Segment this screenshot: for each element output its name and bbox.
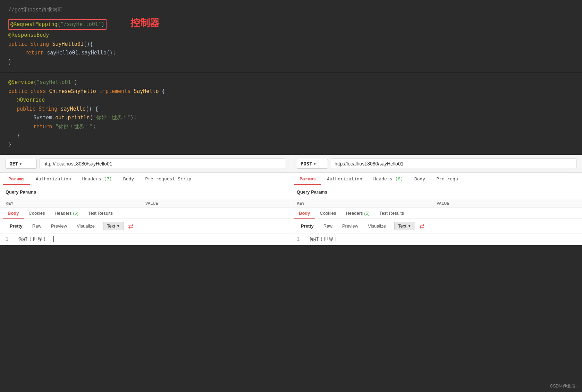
left-table-header: KEY VALUE [0, 199, 291, 208]
code-line-method: public String SayHello01(){ [8, 40, 574, 49]
code-line-inner-close: } [8, 131, 574, 140]
left-method-arrow: ▼ [19, 162, 22, 166]
code-line-mapping: @RequestMapping("/sayHello01") 控制器 [8, 15, 574, 31]
right-key-header: KEY [297, 201, 437, 205]
right-text-select-arrow: ▼ [408, 224, 411, 228]
left-query-params-label: Query Params [0, 185, 291, 199]
left-cursor [53, 236, 54, 242]
left-method-label: GET [9, 161, 18, 167]
right-resp-tab-headers[interactable]: Headers (5) [341, 208, 374, 219]
left-resp-tab-cookies[interactable]: Cookies [24, 208, 50, 219]
right-text-select[interactable]: Text ▼ [394, 222, 415, 230]
left-panel: GET ▼ Params Authorization Headers (7) B… [0, 155, 291, 245]
right-fmt-pretty[interactable]: Pretty [297, 222, 318, 230]
left-text-select-label: Text [107, 223, 115, 229]
right-query-params-label: Query Params [291, 185, 582, 199]
right-resp-tab-cookies[interactable]: Cookies [315, 208, 341, 219]
code-line-outer-close: } [8, 140, 574, 149]
left-text-select-arrow: ▼ [117, 224, 120, 228]
left-resp-tab-testresults[interactable]: Test Results [83, 208, 118, 219]
right-response-text: 你好！世界！ [309, 236, 338, 242]
right-url-bar: POST ▼ [291, 155, 582, 173]
right-tab-body[interactable]: Body [409, 173, 431, 185]
right-resp-tab-body[interactable]: Body [294, 208, 315, 219]
left-value-header: VALUE [145, 201, 285, 205]
right-method-arrow: ▼ [314, 162, 316, 166]
code-line-return2: return "你好！世界！"; [8, 122, 574, 131]
right-tab-prerequest[interactable]: Pre-requ [431, 173, 464, 185]
right-text-select-label: Text [398, 223, 406, 229]
left-tab-headers[interactable]: Headers (7) [77, 173, 118, 185]
code-line-println: System.out.println("你好！世界！"); [8, 113, 574, 122]
right-fmt-visualize[interactable]: Visualize [364, 222, 390, 230]
controller-label: 控制器 [130, 17, 160, 28]
right-method-label: POST [301, 161, 312, 167]
right-tab-authorization[interactable]: Authorization [321, 173, 368, 185]
code-line-comment: //get和post请求均可 [8, 6, 574, 15]
code-line-sayhello: public String sayHello() { [8, 105, 574, 114]
left-key-header: KEY [6, 201, 145, 205]
code-line-return: return sayHello01.sayHello(); [8, 49, 574, 58]
code-section-bottom: @Service("sayHello01") public class Chin… [0, 73, 582, 155]
right-tab-params[interactable]: Params [294, 173, 321, 185]
left-tab-authorization[interactable]: Authorization [30, 173, 77, 185]
right-resp-tab-testresults[interactable]: Test Results [374, 208, 409, 219]
right-value-header: VALUE [437, 201, 576, 205]
left-resp-tab-headers[interactable]: Headers (5) [50, 208, 83, 219]
watermark: CSDN @北辰~ [550, 383, 578, 389]
left-line-number: 1 [6, 236, 12, 242]
left-tab-body[interactable]: Body [118, 173, 140, 185]
code-line-body: @ResponseBody [8, 31, 574, 40]
right-format-bar: Pretty Raw Preview Visualize Text ▼ ⇄ [291, 219, 582, 233]
left-fmt-raw[interactable]: Raw [28, 222, 45, 230]
left-text-select[interactable]: Text ▼ [103, 222, 124, 230]
code-line-service: @Service("sayHello01") [8, 78, 574, 87]
annotation-highlight: @RequestMapping("/sayHello01") [8, 19, 107, 30]
code-line-class: public class ChineseSayHello implements … [8, 87, 574, 96]
left-url-input[interactable] [40, 159, 285, 169]
left-response-body: 1 你好！世界！ [0, 233, 291, 245]
right-tab-bar: Params Authorization Headers (8) Body Pr… [291, 173, 582, 185]
left-response-text: 你好！世界！ [18, 236, 47, 242]
left-tab-prerequest[interactable]: Pre-request Scrip [140, 173, 197, 185]
left-fmt-pretty[interactable]: Pretty [6, 222, 27, 230]
right-wrap-icon[interactable]: ⇄ [419, 222, 424, 230]
left-resp-tab-body[interactable]: Body [3, 208, 24, 219]
left-fmt-preview[interactable]: Preview [47, 222, 71, 230]
right-panel: POST ▼ Params Authorization Headers (8) … [291, 155, 582, 245]
right-fmt-raw[interactable]: Raw [319, 222, 337, 230]
left-format-bar: Pretty Raw Preview Visualize Text ▼ ⇄ [0, 219, 291, 233]
right-tab-headers[interactable]: Headers (8) [368, 173, 409, 185]
code-section-top: //get和post请求均可 @RequestMapping("/sayHell… [0, 0, 582, 73]
panels-container: GET ▼ Params Authorization Headers (7) B… [0, 155, 582, 245]
right-url-input[interactable] [331, 159, 576, 169]
right-line-number: 1 [297, 236, 304, 242]
code-line-close1: } [8, 58, 574, 67]
left-tab-params[interactable]: Params [3, 173, 30, 185]
left-wrap-icon[interactable]: ⇄ [128, 222, 133, 230]
code-line-override: @Override [8, 96, 574, 105]
left-fmt-visualize[interactable]: Visualize [73, 222, 99, 230]
right-fmt-preview[interactable]: Preview [338, 222, 362, 230]
left-tab-bar: Params Authorization Headers (7) Body Pr… [0, 173, 291, 185]
left-response-tab-bar: Body Cookies Headers (5) Test Results [0, 208, 291, 219]
right-response-tab-bar: Body Cookies Headers (5) Test Results [291, 208, 582, 219]
right-method-select[interactable]: POST ▼ [297, 159, 328, 169]
left-url-bar: GET ▼ [0, 155, 291, 173]
right-response-body: 1 你好！世界！ [291, 233, 582, 245]
right-table-header: KEY VALUE [291, 199, 582, 208]
left-method-select[interactable]: GET ▼ [6, 159, 37, 169]
